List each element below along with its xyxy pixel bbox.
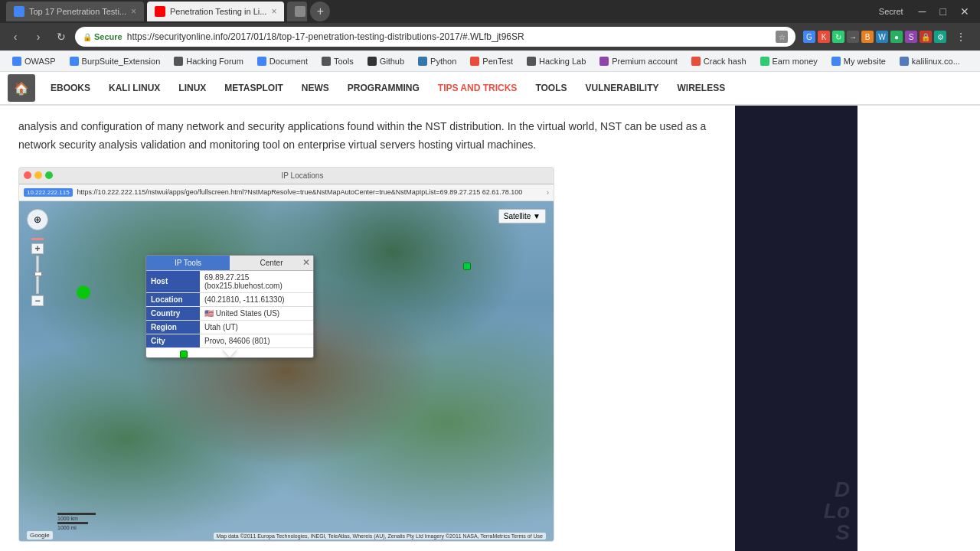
bookmark-hackinglab-icon bbox=[527, 57, 536, 66]
maximize-button[interactable]: □ bbox=[936, 4, 951, 19]
map-zoom-out-button[interactable]: − bbox=[31, 295, 44, 306]
ext-10-icon[interactable]: ⚙ bbox=[934, 31, 946, 43]
map-zoom-in-button[interactable]: + bbox=[31, 243, 44, 254]
home-button[interactable]: 🏠 bbox=[8, 74, 35, 102]
bookmark-burp[interactable]: BurpSuite_Extension bbox=[64, 54, 167, 68]
article-area: analysis and configuration of many netwo… bbox=[0, 106, 980, 551]
inner-addr-badge-text: 10.222.222.115 bbox=[27, 189, 70, 196]
bookmark-pentest-label: PenTest bbox=[482, 57, 513, 66]
menu-button[interactable]: ⋮ bbox=[951, 29, 971, 44]
map-zoom-indicator bbox=[31, 238, 44, 240]
ip-popup-close-button[interactable]: ✕ bbox=[302, 257, 310, 268]
extension-icons: G K ↻ → B W ● S 🔒 ⚙ bbox=[803, 31, 946, 43]
bookmark-earn-label: Earn money bbox=[773, 57, 818, 66]
bookmark-kali-label: kalilinux.co... bbox=[912, 57, 960, 66]
bookmark-kali-icon bbox=[900, 57, 909, 66]
ext-6-icon[interactable]: W bbox=[876, 31, 888, 43]
map-area: ⊕ + − Satellite ▼ bbox=[19, 201, 554, 541]
tab-2[interactable]: Penetration Testing in Li... × bbox=[147, 2, 284, 21]
ip-key-location: Location bbox=[146, 292, 200, 306]
nav-wireless[interactable]: WIRELESS bbox=[668, 75, 735, 101]
url-bar[interactable]: Secure https://securityonline.info/2017/… bbox=[75, 27, 795, 47]
ip-row-city: City Provo, 84606 (801) bbox=[146, 334, 313, 347]
bookmark-mywebsite-label: My website bbox=[844, 57, 886, 66]
nav-news[interactable]: NEWS bbox=[292, 75, 338, 101]
inner-title: IP Locations bbox=[282, 171, 324, 180]
nav-vulnerability[interactable]: VULNERABILITY bbox=[577, 75, 668, 101]
bookmark-python[interactable]: Python bbox=[412, 54, 462, 68]
nav-metasploit[interactable]: METASPLOIT bbox=[215, 75, 292, 101]
ip-tab-iptools[interactable]: IP Tools bbox=[146, 256, 230, 270]
ip-val-region: Utah (UT) bbox=[200, 320, 313, 334]
close-button[interactable]: ✕ bbox=[956, 4, 974, 19]
ip-popup-tabs: IP Tools Center bbox=[146, 256, 313, 271]
bookmark-crack[interactable]: Crack hash bbox=[685, 54, 753, 68]
bookmark-doc[interactable]: Document bbox=[251, 54, 314, 68]
map-controls: ⊕ + − bbox=[27, 209, 48, 306]
inner-dot-red bbox=[24, 171, 31, 179]
browser-menu: ⋮ bbox=[951, 29, 974, 44]
ip-val-host: 69.89.27.215 (box215.bluehost.com) bbox=[200, 271, 313, 293]
map-pan-control[interactable]: ⊕ bbox=[27, 209, 48, 230]
ext-1-icon[interactable]: G bbox=[803, 31, 815, 43]
inner-addr-badge: 10.222.222.115 bbox=[24, 188, 73, 197]
map-zoom-track[interactable] bbox=[36, 256, 39, 294]
ip-info-table: Host 69.89.27.215 (box215.bluehost.com) … bbox=[146, 271, 313, 348]
bookmark-pentest[interactable]: PenTest bbox=[464, 54, 519, 68]
bookmark-hackinglab-label: Hacking Lab bbox=[539, 57, 586, 66]
bookmark-owasp[interactable]: OWASP bbox=[6, 54, 62, 68]
article-text: analysis and configuration of many netwo… bbox=[18, 118, 717, 155]
minimize-button[interactable]: ─ bbox=[914, 4, 931, 19]
ext-4-icon[interactable]: → bbox=[847, 31, 859, 43]
window-title: Secret bbox=[879, 7, 903, 16]
bookmark-doc-label: Document bbox=[270, 57, 308, 66]
title-bar: Top 17 Penetration Testi... × Penetratio… bbox=[0, 0, 980, 23]
ip-row-host: Host 69.89.27.215 (box215.bluehost.com) bbox=[146, 271, 313, 293]
forward-button[interactable]: › bbox=[29, 28, 47, 46]
inner-dot-green bbox=[45, 171, 53, 179]
nav-programming[interactable]: PROGRAMMING bbox=[338, 75, 429, 101]
back-button[interactable]: ‹ bbox=[6, 28, 24, 46]
bookmark-tools-icon bbox=[322, 57, 331, 66]
bookmark-hf[interactable]: Hacking Forum bbox=[168, 54, 250, 68]
ext-2-icon[interactable]: K bbox=[818, 31, 830, 43]
new-tab-button[interactable]: + bbox=[310, 2, 330, 21]
bookmark-github-icon bbox=[368, 57, 377, 66]
bookmark-tools-label: Tools bbox=[334, 57, 354, 66]
nav-tips[interactable]: TIPS AND TRICKS bbox=[429, 75, 527, 101]
ext-3-icon[interactable]: ↻ bbox=[832, 31, 844, 43]
bookmark-earn[interactable]: Earn money bbox=[754, 54, 824, 68]
nav-tools[interactable]: TOOLS bbox=[526, 75, 576, 101]
nav-linux[interactable]: LINUX bbox=[169, 75, 215, 101]
bookmark-premium[interactable]: Premium account bbox=[593, 54, 684, 68]
bookmark-pentest-icon bbox=[470, 57, 479, 66]
bookmark-star-icon[interactable]: ☆ bbox=[776, 31, 788, 43]
ext-7-icon[interactable]: ● bbox=[890, 31, 903, 43]
bookmark-github-label: Github bbox=[380, 57, 404, 66]
tab-3[interactable] bbox=[287, 2, 307, 21]
ip-key-city: City bbox=[146, 334, 200, 347]
ext-5-icon[interactable]: B bbox=[861, 31, 874, 43]
secure-badge: Secure bbox=[83, 32, 122, 41]
bookmark-kali[interactable]: kalilinux.co... bbox=[893, 54, 966, 68]
bookmark-mywebsite[interactable]: My website bbox=[825, 54, 892, 68]
bookmark-github[interactable]: Github bbox=[361, 54, 410, 68]
nav-ebooks[interactable]: EBOOKS bbox=[41, 75, 100, 101]
nav-kali[interactable]: KALI LINUX bbox=[100, 75, 169, 101]
ip-key-country: Country bbox=[146, 306, 200, 320]
tab-1-close[interactable]: × bbox=[131, 6, 136, 17]
ip-tab-center[interactable]: Center bbox=[230, 256, 313, 270]
ip-val-country: 🇺🇸 United States (US) bbox=[200, 306, 313, 320]
tab-1[interactable]: Top 17 Penetration Testi... × bbox=[6, 2, 144, 21]
ip-popup: ✕ IP Tools Center Host 69.89.27.215 (box… bbox=[145, 255, 314, 358]
bookmark-hackinglab[interactable]: Hacking Lab bbox=[521, 54, 592, 68]
ext-8-icon[interactable]: S bbox=[905, 31, 917, 43]
satellite-button[interactable]: Satellite ▼ bbox=[498, 209, 546, 223]
url-text: https://securityonline.info/2017/01/18/t… bbox=[127, 31, 771, 42]
bookmark-hf-icon bbox=[174, 57, 183, 66]
tab-2-close[interactable]: × bbox=[271, 6, 276, 17]
right-sidebar: DLoS bbox=[735, 106, 858, 551]
bookmark-tools[interactable]: Tools bbox=[315, 54, 360, 68]
ext-9-icon[interactable]: 🔒 bbox=[920, 31, 932, 43]
reload-button[interactable]: ↻ bbox=[52, 28, 70, 46]
